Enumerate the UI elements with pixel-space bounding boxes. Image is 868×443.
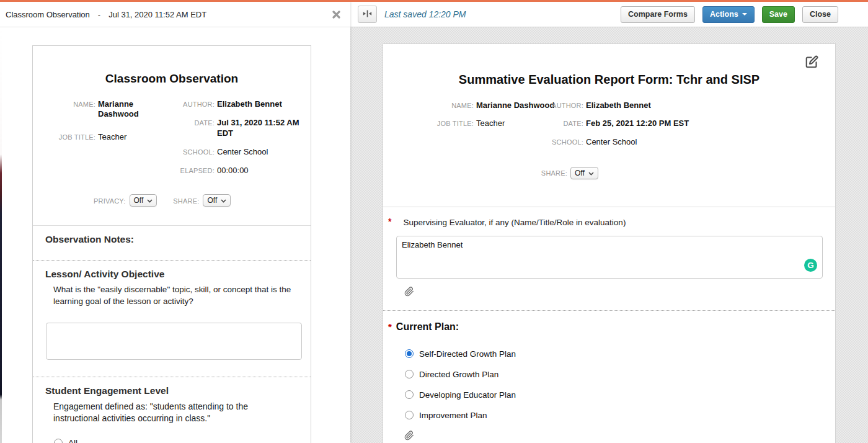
radio-button[interactable] <box>405 390 414 399</box>
author-label: AUTHOR: <box>549 101 583 110</box>
attach-file-button[interactable] <box>404 431 414 441</box>
engagement-section: Student Engagement Level Engagement defi… <box>33 377 311 443</box>
plan-option-developing[interactable]: Developing Educator Plan <box>405 390 822 400</box>
grammarly-icon[interactable]: G <box>804 259 817 272</box>
required-asterisk: * <box>388 321 392 332</box>
share-row: SHARE: Off <box>383 167 835 179</box>
left-panel-header: Classroom Observation - Jul 31, 2020 11:… <box>0 2 350 27</box>
paperclip-icon <box>404 289 414 298</box>
top-accent-bar <box>0 0 868 2</box>
observation-notes-heading: Observation Notes: <box>45 234 301 245</box>
name-label: NAME: <box>387 101 474 110</box>
radio-label: Improvement Plan <box>419 411 487 420</box>
radio-button[interactable] <box>54 439 63 443</box>
plan-option-self-directed[interactable]: Self-Directed Growth Plan <box>405 349 822 359</box>
attach-file-button[interactable] <box>404 287 414 297</box>
supervising-evaluator-input[interactable]: Elizabeth Bennet <box>396 236 823 279</box>
observation-notes-section: Observation Notes: <box>33 226 311 260</box>
last-saved-text: Last saved 12:20 PM <box>384 9 466 19</box>
radio-button[interactable] <box>405 370 414 378</box>
chevron-down-icon <box>147 196 153 205</box>
privacy-share-row: PRIVACY: Off SHARE: Off <box>94 194 311 207</box>
radio-label: Developing Educator Plan <box>419 390 516 400</box>
right-panel-toolbar: Last saved 12:20 PM Compare Forms Action… <box>350 2 868 27</box>
caret-down-icon <box>742 13 747 16</box>
chevron-down-icon <box>221 196 226 205</box>
radio-label: Directed Growth Plan <box>419 370 498 379</box>
form-title: Classroom Observation <box>33 72 311 86</box>
paperclip-icon <box>404 433 414 442</box>
edit-form-button[interactable] <box>805 55 818 68</box>
lesson-objective-input[interactable] <box>46 323 302 360</box>
engagement-heading: Student Engagement Level <box>45 385 301 396</box>
observation-form-card: Classroom Observation NAME: Marianne Das… <box>32 45 311 443</box>
plan-option-improvement[interactable]: Improvement Plan <box>405 411 822 420</box>
supervising-evaluator-label: Supervising Evaluator, if any (Name/Titl… <box>403 218 626 227</box>
author-value: Elizabeth Bennet <box>217 99 310 109</box>
name-label: NAME: <box>33 99 95 120</box>
date-value: Jul 31, 2020 11:52 AM EDT <box>217 118 310 138</box>
form-meta: NAME: Marianne Dashwood JOB TITLE: Teach… <box>33 99 311 176</box>
compare-forms-button[interactable]: Compare Forms <box>621 6 695 23</box>
privacy-select-value: Off <box>134 196 144 205</box>
close-panel-button[interactable] <box>331 9 342 20</box>
horizontal-resize-icon <box>363 10 372 19</box>
supervising-evaluator-section: * Supervising Evaluator, if any (Name/Ti… <box>383 207 835 299</box>
job-title-label: JOB TITLE: <box>33 132 95 142</box>
required-asterisk: * <box>388 217 391 226</box>
share-select-value: Off <box>575 169 585 177</box>
radio-label: Self-Directed Growth Plan <box>419 349 516 359</box>
left-panel-body: Classroom Observation NAME: Marianne Das… <box>0 27 350 443</box>
share-label: SHARE: <box>383 169 567 177</box>
close-button[interactable]: Close <box>802 6 838 23</box>
panel-title: Classroom Observation <box>6 10 90 19</box>
lesson-objective-section: Lesson/ Activity Objective What is the "… <box>33 261 311 359</box>
school-label: SCHOOL: <box>135 147 215 157</box>
date-label: DATE: <box>549 119 583 128</box>
school-label: SCHOOL: <box>549 137 583 147</box>
lesson-objective-description: What is the "easily discernable" topic, … <box>53 284 301 307</box>
school-value: Center School <box>586 137 772 147</box>
job-title-label: JOB TITLE: <box>387 119 474 128</box>
resize-split-button[interactable] <box>358 6 377 23</box>
plan-option-directed[interactable]: Directed Growth Plan <box>405 370 822 379</box>
engagement-option-all[interactable]: All <box>54 438 301 443</box>
author-value: Elizabeth Bennet <box>586 101 772 110</box>
radio-label: All <box>68 438 78 443</box>
panel-date: Jul 31, 2020 11:52 AM EDT <box>108 10 206 19</box>
elapsed-label: ELAPSED: <box>135 166 215 176</box>
date-label: DATE: <box>135 118 215 138</box>
job-title-value: Teacher <box>476 119 549 128</box>
share-label: SHARE: <box>173 196 199 205</box>
current-plan-section: * Current Plan: Self-Directed Growth Pla… <box>383 311 835 443</box>
chevron-down-icon <box>588 169 594 177</box>
classroom-observation-panel: Classroom Observation - Jul 31, 2020 11:… <box>0 2 350 443</box>
actions-button-label: Actions <box>710 10 738 19</box>
background-page-edge <box>0 27 2 443</box>
name-value: Marianne Dashwood <box>476 101 549 110</box>
privacy-label: PRIVACY: <box>94 196 126 205</box>
share-select-value: Off <box>207 196 217 205</box>
edit-pencil-icon <box>805 61 818 70</box>
save-button[interactable]: Save <box>762 6 795 23</box>
elapsed-value: 00:00:00 <box>217 166 310 176</box>
date-value: Feb 25, 2021 12:20 PM EST <box>586 119 772 128</box>
engagement-description: Engagement defined as: "students attendi… <box>53 401 278 425</box>
privacy-select[interactable]: Off <box>130 194 157 207</box>
close-icon <box>332 11 340 20</box>
current-plan-heading: Current Plan: <box>396 321 459 333</box>
current-plan-options: Self-Directed Growth Plan Directed Growt… <box>405 349 822 420</box>
radio-button[interactable] <box>405 411 414 419</box>
summative-evaluation-panel: Last saved 12:20 PM Compare Forms Action… <box>350 2 868 443</box>
actions-button[interactable]: Actions <box>702 6 755 23</box>
name-value: Marianne Dashwood <box>98 99 135 120</box>
share-select[interactable]: Off <box>203 194 231 207</box>
form-meta: NAME: Marianne Dashwood JOB TITLE: Teach… <box>383 101 835 147</box>
form-title: Summative Evaluation Report Form: Tchr a… <box>383 73 835 87</box>
panel-title-separator: - <box>98 10 100 19</box>
job-title-value: Teacher <box>98 132 135 142</box>
lesson-objective-heading: Lesson/ Activity Objective <box>45 269 301 280</box>
share-select[interactable]: Off <box>570 167 598 179</box>
author-label: AUTHOR: <box>135 99 215 109</box>
radio-button[interactable] <box>405 349 414 358</box>
